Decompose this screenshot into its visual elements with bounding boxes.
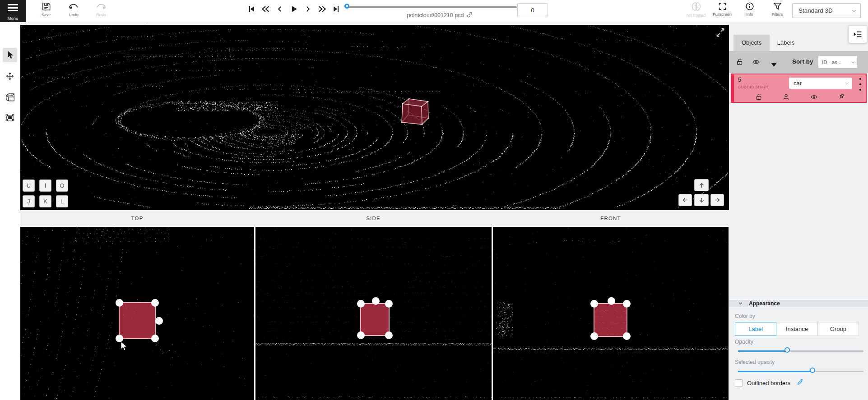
key-hint-i[interactable]: I bbox=[39, 179, 51, 192]
object-menu-button[interactable] bbox=[858, 78, 863, 91]
view-mode-dropdown[interactable]: Standard 3D bbox=[792, 3, 861, 18]
key-hint-j[interactable]: J bbox=[23, 195, 35, 207]
eyedropper-icon[interactable] bbox=[797, 378, 804, 386]
tab-labels[interactable]: Labels bbox=[770, 35, 802, 51]
resize-handle[interactable] bbox=[357, 300, 365, 308]
resize-handle[interactable] bbox=[151, 299, 159, 307]
save-button[interactable]: Save bbox=[36, 1, 56, 21]
lock-object-icon[interactable] bbox=[755, 93, 763, 101]
rotate-handle[interactable] bbox=[608, 297, 615, 305]
resize-handle[interactable] bbox=[357, 331, 365, 339]
not-trained-indicator[interactable]: not trained bbox=[686, 1, 706, 21]
arrow-up-button[interactable] bbox=[694, 179, 709, 191]
object-actions bbox=[755, 92, 845, 101]
color-by-segmented-control: Label Instance Group bbox=[735, 322, 859, 336]
resize-handle[interactable] bbox=[151, 335, 159, 342]
topbar: Menu Save Undo bbox=[0, 0, 868, 22]
cuboid-annotation-front-view[interactable] bbox=[594, 303, 627, 337]
filters-label: Filters bbox=[772, 12, 783, 17]
next-frame-button[interactable] bbox=[302, 3, 313, 15]
key-hint-o[interactable]: O bbox=[56, 179, 68, 192]
view-mode-value: Standard 3D bbox=[798, 7, 851, 14]
filters-button[interactable]: Filters bbox=[767, 1, 788, 21]
play-button[interactable] bbox=[288, 3, 299, 15]
cuboid-icon bbox=[5, 92, 15, 101]
sort-by-label: Sort by bbox=[792, 58, 813, 65]
lock-all-icon[interactable] bbox=[736, 58, 744, 68]
appearance-section-header[interactable]: Appearance bbox=[729, 299, 868, 308]
arrow-up-icon bbox=[698, 182, 705, 189]
fullscreen-button[interactable]: Fullscreen bbox=[712, 1, 733, 21]
skip-end-button[interactable] bbox=[331, 3, 342, 15]
tab-objects[interactable]: Objects bbox=[733, 35, 770, 51]
previous-frame-button[interactable] bbox=[274, 3, 285, 15]
cuboid-annotation-top-view[interactable] bbox=[119, 302, 156, 339]
fast-forward-button[interactable] bbox=[317, 3, 328, 15]
brain-icon bbox=[691, 1, 702, 12]
sort-dropdown[interactable]: ID - as... bbox=[818, 56, 857, 68]
arrow-left-button[interactable] bbox=[678, 194, 692, 206]
color-by-label: Color by bbox=[735, 313, 755, 319]
resize-handle[interactable] bbox=[385, 300, 393, 308]
resize-handle[interactable] bbox=[385, 331, 393, 339]
selected-opacity-slider[interactable] bbox=[738, 367, 863, 375]
undo-label: Undo bbox=[69, 13, 79, 17]
not-trained-label: not trained bbox=[687, 13, 706, 18]
resize-handle[interactable] bbox=[590, 332, 598, 340]
arrow-left-icon bbox=[682, 197, 689, 203]
fullscreen-icon bbox=[718, 1, 727, 11]
sort-value: ID - as... bbox=[822, 60, 851, 65]
collapse-panel-button[interactable] bbox=[849, 26, 867, 43]
move-tool-button[interactable] bbox=[3, 69, 17, 83]
undo-button[interactable]: Undo bbox=[63, 1, 84, 21]
pin-object-icon[interactable] bbox=[838, 93, 845, 101]
front-view-label: FRONT bbox=[600, 216, 621, 221]
color-by-group-option[interactable]: Group bbox=[817, 322, 859, 336]
frame-slider-thumb[interactable] bbox=[344, 4, 349, 9]
key-hint-l[interactable]: L bbox=[56, 195, 68, 207]
visibility-object-icon[interactable] bbox=[810, 93, 818, 101]
info-button[interactable]: Info bbox=[739, 1, 760, 21]
rotate-handle[interactable] bbox=[155, 317, 163, 325]
key-hint-k[interactable]: K bbox=[39, 195, 51, 207]
main-3d-view-canvas[interactable] bbox=[20, 25, 729, 210]
info-icon bbox=[745, 1, 755, 11]
assignee-icon[interactable] bbox=[782, 93, 790, 101]
opacity-slider[interactable] bbox=[738, 347, 863, 355]
visibility-all-icon[interactable] bbox=[752, 58, 761, 68]
resize-handle[interactable] bbox=[623, 300, 631, 308]
link-icon[interactable] bbox=[466, 11, 473, 19]
image-overlay-tool-button[interactable] bbox=[3, 110, 17, 125]
fast-rewind-button[interactable] bbox=[260, 3, 271, 15]
cuboid-tool-button[interactable] bbox=[3, 90, 17, 104]
resize-handle[interactable] bbox=[623, 332, 631, 340]
outlined-borders-checkbox[interactable] bbox=[735, 379, 743, 387]
redo-button[interactable]: Redo bbox=[91, 1, 111, 21]
color-by-label-option[interactable]: Label bbox=[735, 322, 776, 336]
selected-opacity-slider-thumb[interactable] bbox=[810, 368, 815, 373]
expand-list-icon[interactable] bbox=[771, 60, 777, 69]
resize-handle[interactable] bbox=[116, 299, 123, 307]
arrow-down-button[interactable] bbox=[694, 194, 709, 206]
opacity-slider-thumb[interactable] bbox=[784, 347, 790, 353]
object-shape-type: CUBOID SHAPE bbox=[738, 85, 769, 89]
cuboid-annotation-side-view[interactable] bbox=[360, 303, 390, 336]
frame-number-input[interactable] bbox=[517, 3, 548, 17]
resize-handle[interactable] bbox=[116, 335, 123, 342]
color-by-instance-option[interactable]: Instance bbox=[776, 322, 817, 336]
resize-handle[interactable] bbox=[590, 300, 598, 308]
object-list-item[interactable]: 5 CUBOID SHAPE car bbox=[731, 74, 867, 103]
key-hint-u[interactable]: U bbox=[23, 179, 35, 192]
expand-view-icon[interactable] bbox=[716, 28, 725, 37]
select-tool-button[interactable] bbox=[3, 48, 17, 62]
collapse-panel-icon bbox=[853, 30, 862, 38]
object-category-dropdown[interactable]: car bbox=[789, 78, 852, 89]
cuboid-annotation-3d[interactable] bbox=[392, 90, 442, 135]
rotate-handle[interactable] bbox=[372, 297, 380, 305]
menu-button[interactable]: Menu bbox=[0, 0, 26, 22]
arrow-right-button[interactable] bbox=[710, 194, 724, 206]
filename-text: pointcloud/001210.pcd bbox=[407, 12, 464, 18]
skip-start-button[interactable] bbox=[246, 3, 257, 15]
top-view-label: TOP bbox=[131, 216, 143, 221]
save-icon bbox=[41, 1, 51, 12]
